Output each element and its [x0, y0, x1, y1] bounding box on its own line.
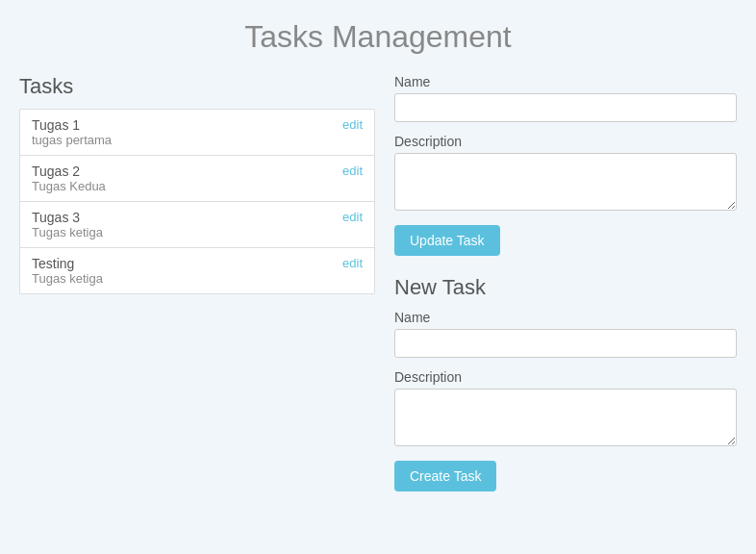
task-title: Tugas 1	[32, 117, 112, 133]
task-description: Tugas ketiga	[32, 271, 103, 286]
task-info: TestingTugas ketiga	[32, 256, 103, 286]
task-info: Tugas 3Tugas ketiga	[32, 210, 103, 239]
task-edit-link[interactable]: edit	[342, 256, 363, 270]
task-title: Tugas 3	[32, 210, 103, 225]
new-task-heading: New Task	[394, 275, 737, 300]
new-name-group: Name	[394, 310, 737, 358]
task-title: Tugas 2	[32, 164, 106, 179]
edit-description-label: Description	[394, 134, 737, 149]
task-description: tugas pertama	[32, 133, 112, 147]
right-panel: Name Description Update Task New Task Na…	[394, 74, 737, 491]
edit-name-input[interactable]	[394, 93, 737, 122]
edit-description-input[interactable]	[394, 153, 737, 211]
task-edit-link[interactable]: edit	[342, 164, 363, 178]
new-description-input[interactable]	[394, 389, 737, 446]
task-description: Tugas Kedua	[32, 179, 106, 193]
new-description-group: Description	[394, 369, 737, 449]
task-item: Tugas 1tugas pertamaedit	[20, 110, 374, 156]
task-edit-link[interactable]: edit	[342, 117, 363, 132]
new-task-section: New Task Name Description Create Task	[394, 275, 737, 491]
task-info: Tugas 1tugas pertama	[32, 117, 112, 147]
task-edit-link[interactable]: edit	[342, 210, 363, 224]
task-info: Tugas 2Tugas Kedua	[32, 164, 106, 193]
new-name-label: Name	[394, 310, 737, 325]
task-item: Tugas 2Tugas Keduaedit	[20, 156, 374, 202]
page-title: Tasks Management	[0, 0, 756, 74]
task-item: TestingTugas ketigaedit	[20, 248, 374, 293]
task-list: Tugas 1tugas pertamaeditTugas 2Tugas Ked…	[19, 109, 375, 294]
edit-name-label: Name	[394, 74, 737, 89]
edit-description-group: Description	[394, 134, 737, 214]
task-title: Testing	[32, 256, 103, 271]
update-task-button[interactable]: Update Task	[394, 225, 500, 256]
left-panel: Tasks Tugas 1tugas pertamaeditTugas 2Tug…	[19, 74, 375, 491]
new-name-input[interactable]	[394, 329, 737, 358]
task-description: Tugas ketiga	[32, 225, 103, 239]
task-item: Tugas 3Tugas ketigaedit	[20, 202, 374, 248]
new-description-label: Description	[394, 369, 737, 385]
tasks-heading: Tasks	[19, 74, 375, 99]
edit-name-group: Name	[394, 74, 737, 122]
create-task-button[interactable]: Create Task	[394, 461, 496, 491]
